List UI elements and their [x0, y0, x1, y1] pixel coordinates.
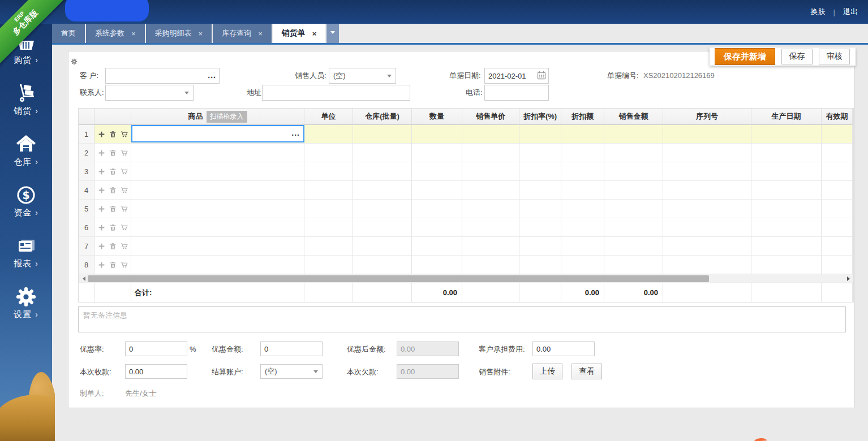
- calendar-icon[interactable]: [537, 71, 546, 80]
- delete-row-icon[interactable]: [109, 187, 117, 194]
- discount-amount-cell[interactable]: [561, 162, 604, 181]
- add-row-icon[interactable]: [98, 261, 105, 269]
- product-cell[interactable]: ...: [131, 237, 304, 256]
- quantity-cell[interactable]: [412, 237, 462, 256]
- warehouse-cell[interactable]: [353, 256, 412, 274]
- close-icon[interactable]: ×: [312, 29, 317, 38]
- sales-amount-cell[interactable]: [604, 200, 663, 218]
- cart-icon[interactable]: [121, 224, 128, 231]
- production-date-cell[interactable]: [751, 237, 822, 256]
- scrollbar-thumb[interactable]: [88, 275, 709, 282]
- discount-amount-cell[interactable]: [561, 200, 604, 218]
- tab-system-params[interactable]: 系统参数 ×: [86, 24, 145, 43]
- delete-row-icon[interactable]: [109, 131, 117, 138]
- unit-cell[interactable]: [304, 181, 353, 200]
- warehouse-cell[interactable]: [353, 218, 412, 237]
- add-row-icon[interactable]: [98, 149, 105, 157]
- sales-amount-cell[interactable]: [604, 181, 663, 200]
- warehouse-cell[interactable]: [353, 162, 412, 181]
- production-date-cell[interactable]: [751, 200, 822, 218]
- production-date-cell[interactable]: [751, 144, 822, 162]
- production-date-cell[interactable]: [751, 181, 822, 200]
- view-button[interactable]: 查看: [571, 364, 602, 379]
- expiry-cell[interactable]: [822, 144, 853, 162]
- unit-cell[interactable]: [304, 256, 353, 274]
- unit-price-cell[interactable]: [462, 200, 519, 218]
- add-row-icon[interactable]: [98, 168, 105, 175]
- sales-amount-cell[interactable]: [604, 256, 663, 274]
- save-and-new-button[interactable]: 保存并新增: [715, 48, 775, 65]
- production-date-cell[interactable]: [751, 218, 822, 237]
- add-row-icon[interactable]: [98, 243, 105, 250]
- unit-cell[interactable]: [304, 218, 353, 237]
- customer-input[interactable]: [105, 68, 220, 84]
- expiry-cell[interactable]: [822, 218, 853, 237]
- discount-amount-cell[interactable]: [561, 218, 604, 237]
- discount-rate-cell[interactable]: [519, 237, 561, 256]
- unit-cell[interactable]: [304, 200, 353, 218]
- unit-price-cell[interactable]: [462, 218, 519, 237]
- customer-fee-input[interactable]: [532, 341, 595, 356]
- tab-purchase-detail[interactable]: 采购明细表 ×: [146, 24, 212, 43]
- unit-cell[interactable]: [304, 237, 353, 256]
- add-row-icon[interactable]: [98, 205, 105, 213]
- quantity-cell[interactable]: [412, 200, 462, 218]
- expiry-cell[interactable]: [822, 200, 853, 218]
- logout-link[interactable]: 退出: [843, 7, 858, 17]
- expiry-cell[interactable]: [822, 162, 853, 181]
- phone-input[interactable]: [484, 85, 549, 101]
- discount-amount-cell[interactable]: [561, 144, 604, 162]
- tab-home[interactable]: 首页: [52, 24, 85, 43]
- discount-rate-cell[interactable]: [519, 200, 561, 218]
- quantity-cell[interactable]: [412, 144, 462, 162]
- serial-cell[interactable]: [663, 181, 751, 200]
- scroll-right-arrow[interactable]: [845, 274, 853, 283]
- discount-rate-cell[interactable]: [519, 256, 561, 274]
- product-cell[interactable]: ...: [131, 256, 304, 274]
- cart-icon[interactable]: [121, 131, 128, 138]
- close-icon[interactable]: ×: [199, 29, 203, 38]
- serial-cell[interactable]: [663, 144, 751, 162]
- production-date-cell[interactable]: [751, 256, 822, 274]
- warehouse-cell[interactable]: [353, 125, 412, 144]
- product-cell[interactable]: ...: [131, 125, 304, 144]
- unit-price-cell[interactable]: [462, 162, 519, 181]
- change-skin-link[interactable]: 换肤: [811, 7, 826, 17]
- quantity-cell[interactable]: [412, 218, 462, 237]
- unit-cell[interactable]: [304, 144, 353, 162]
- warehouse-cell[interactable]: [353, 200, 412, 218]
- unit-price-cell[interactable]: [462, 181, 519, 200]
- cart-icon[interactable]: [121, 205, 128, 213]
- sidebar-item-funds[interactable]: $ 资金›: [0, 176, 52, 227]
- warehouse-cell[interactable]: [353, 181, 412, 200]
- delete-row-icon[interactable]: [109, 261, 117, 269]
- discount-rate-cell[interactable]: [519, 218, 561, 237]
- salesperson-select[interactable]: (空): [329, 68, 396, 84]
- audit-button[interactable]: 审核: [819, 49, 850, 64]
- unit-price-cell[interactable]: [462, 144, 519, 162]
- sales-amount-cell[interactable]: [604, 144, 663, 162]
- sidebar-item-warehouse[interactable]: 仓库›: [0, 126, 52, 176]
- discount-amount-cell[interactable]: [561, 256, 604, 274]
- tab-stock-query[interactable]: 库存查询 ×: [213, 24, 272, 43]
- sidebar-item-settings[interactable]: 设置›: [0, 278, 52, 329]
- delete-row-icon[interactable]: [109, 205, 117, 213]
- settle-account-select[interactable]: (空): [260, 364, 323, 379]
- delete-row-icon[interactable]: [109, 149, 117, 157]
- scroll-left-arrow[interactable]: [79, 274, 87, 283]
- delete-row-icon[interactable]: [109, 168, 117, 175]
- add-row-icon[interactable]: [98, 187, 105, 194]
- cart-icon[interactable]: [121, 187, 128, 194]
- warehouse-cell[interactable]: [353, 144, 412, 162]
- quantity-cell[interactable]: [412, 125, 462, 144]
- serial-cell[interactable]: [663, 218, 751, 237]
- expiry-cell[interactable]: [822, 256, 853, 274]
- serial-cell[interactable]: [663, 256, 751, 274]
- serial-cell[interactable]: [663, 125, 751, 144]
- remarks-textarea[interactable]: [78, 306, 846, 332]
- sales-amount-cell[interactable]: [604, 125, 663, 144]
- delete-row-icon[interactable]: [109, 224, 117, 231]
- address-input[interactable]: [262, 85, 410, 101]
- production-date-cell[interactable]: [751, 162, 822, 181]
- quantity-cell[interactable]: [412, 256, 462, 274]
